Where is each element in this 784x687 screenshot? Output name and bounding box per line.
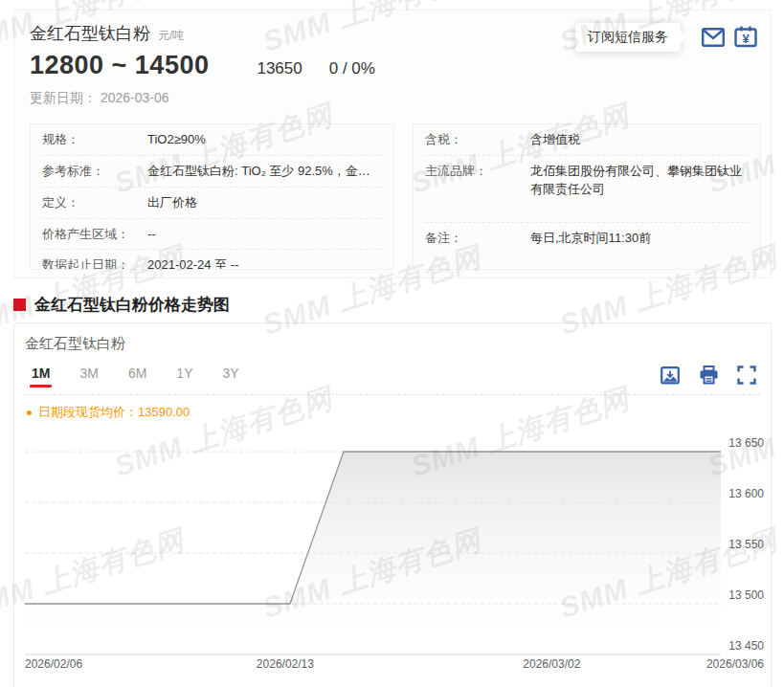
spec-label: 参考标准：	[42, 163, 147, 181]
spec-row: 定义： 出厂价格	[42, 188, 382, 219]
spec-row: 备注： 每日,北京时间11:30前	[425, 223, 749, 254]
spec-value: 金红石型钛白粉: TiO₂ 至少 92.5%，金红石...	[147, 163, 382, 181]
section-title: 金红石型钛白粉价格走势图	[34, 294, 230, 316]
sms-subscribe-tooltip: 订阅短信服务	[575, 23, 681, 52]
spec-label: 数据起止日期：	[42, 256, 147, 270]
trend-section-header: 金红石型钛白粉价格走势图	[13, 294, 230, 316]
spec-label: 价格产生区域：	[42, 226, 147, 244]
price-detail-page: 金红石型钛白粉 元/吨 12800 ~ 14500 13650 0 / 0% 更…	[0, 0, 784, 687]
latest-price: 13650	[257, 59, 302, 78]
product-title: 金红石型钛白粉	[30, 22, 150, 45]
fullscreen-icon[interactable]	[736, 366, 757, 385]
spec-label: 含税：	[425, 131, 530, 149]
x-tick-label: 2026/02/13	[257, 657, 314, 671]
y-tick-label: 13 450	[728, 639, 764, 653]
y-tick-label: 13 600	[728, 487, 764, 500]
spec-row: 主流品牌： 龙佰集团股份有限公司、攀钢集团钛业有限责任公司	[425, 156, 749, 223]
spec-row: 参考标准： 金红石型钛白粉: TiO₂ 至少 92.5%，金红石...	[42, 156, 382, 188]
spec-row: 规格： TiO2≥90%	[42, 124, 382, 156]
price-area	[25, 452, 721, 654]
price-subscribe-icon[interactable]: ¥	[732, 24, 759, 51]
chart-legend[interactable]: 日期段现货均价：13590.00	[27, 404, 190, 421]
price-unit: 元/吨	[158, 28, 184, 44]
price-row: 12800 ~ 14500 13650 0 / 0%	[30, 51, 375, 80]
print-icon[interactable]	[698, 366, 719, 385]
tabs-separator	[25, 394, 760, 395]
x-tick-label: 2026/03/06	[706, 657, 764, 671]
tab-1y[interactable]: 1Y	[176, 366, 192, 388]
y-tick-label: 13 650	[728, 436, 764, 450]
chart-title: 金红石型钛白粉	[25, 335, 125, 353]
spec-table-right: 含税： 含增值税 主流品牌： 龙佰集团股份有限公司、攀钢集团钛业有限责任公司 备…	[413, 123, 761, 270]
price-summary-card: 金红石型钛白粉 元/吨 12800 ~ 14500 13650 0 / 0% 更…	[13, 10, 772, 278]
x-tick-label: 2026/02/06	[25, 657, 82, 671]
download-image-icon[interactable]	[660, 366, 681, 385]
legend-label: 日期段现货均价：13590.00	[38, 404, 190, 421]
svg-text:¥: ¥	[742, 32, 750, 46]
spec-value: TiO2≥90%	[147, 131, 382, 149]
price-trend-card: 金红石型钛白粉 1M 3M 6M 1Y 3Y	[13, 322, 772, 687]
spec-label: 定义：	[42, 194, 147, 212]
price-trend-chart: 13 65013 60013 55013 50013 4502026/02/06…	[14, 420, 771, 676]
mail-icon[interactable]	[700, 24, 727, 51]
spec-value: 出厂价格	[147, 194, 382, 212]
spec-label: 主流品牌：	[425, 163, 530, 199]
subscribe-area: 订阅短信服务 ¥	[575, 23, 759, 52]
spec-row: 价格产生区域： --	[42, 219, 382, 251]
red-square-bullet	[13, 299, 26, 311]
price-range: 12800 ~ 14500	[30, 51, 209, 80]
update-date: 更新日期： 2026-03-06	[30, 90, 169, 107]
price-change: 0 / 0%	[329, 59, 375, 78]
chart-toolbar	[660, 366, 757, 385]
y-tick-label: 13 500	[728, 588, 764, 602]
spec-table-left: 规格： TiO2≥90% 参考标准： 金红石型钛白粉: TiO₂ 至少 92.5…	[30, 123, 394, 270]
legend-dot-icon	[27, 410, 32, 415]
spec-value: 每日,北京时间11:30前	[530, 230, 749, 248]
time-range-tabs: 1M 3M 6M 1Y 3Y	[32, 366, 239, 388]
spec-value: 龙佰集团股份有限公司、攀钢集团钛业有限责任公司	[530, 163, 749, 199]
y-tick-label: 13 550	[728, 538, 764, 551]
x-tick-label: 2026/03/02	[523, 657, 580, 671]
tab-3m[interactable]: 3M	[79, 366, 98, 388]
spec-value: 含增值税	[530, 131, 749, 149]
tab-3y[interactable]: 3Y	[222, 366, 238, 388]
spec-row: 含税： 含增值税	[425, 124, 749, 156]
spec-value: --	[147, 226, 382, 244]
tab-1m[interactable]: 1M	[32, 366, 50, 388]
spec-label: 备注：	[425, 230, 530, 248]
spec-row: 数据起止日期： 2021-02-24 至 --	[42, 250, 382, 270]
tab-6m[interactable]: 6M	[128, 366, 146, 388]
spec-label: 规格：	[42, 131, 147, 149]
spec-value: 2021-02-24 至 --	[147, 256, 382, 270]
product-title-row: 金红石型钛白粉 元/吨	[30, 22, 184, 45]
